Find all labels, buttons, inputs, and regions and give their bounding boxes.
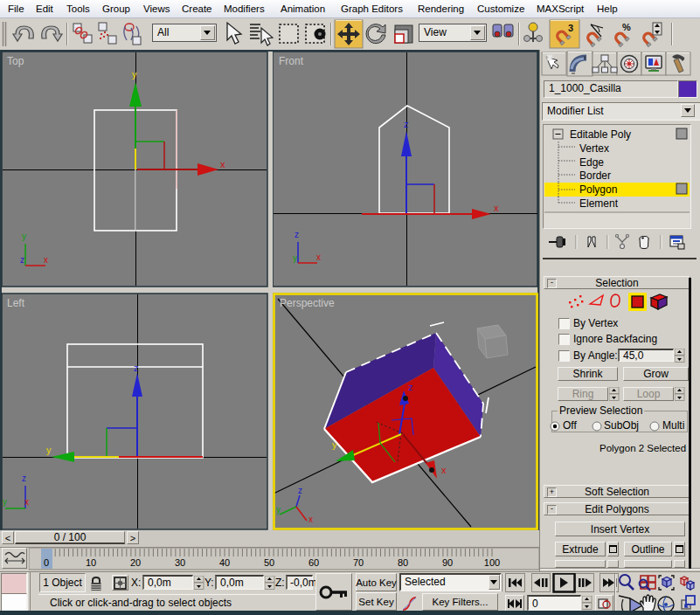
svg-text:30: 30 xyxy=(175,557,185,568)
svg-text:90: 90 xyxy=(442,557,453,568)
svg-text:10: 10 xyxy=(86,557,96,568)
svg-text:Polygon: Polygon xyxy=(579,183,617,196)
svg-text:50: 50 xyxy=(264,557,274,568)
svg-text:y: y xyxy=(293,253,297,263)
svg-text:Perspective: Perspective xyxy=(280,297,335,309)
svg-text:Edge: Edge xyxy=(579,156,604,169)
svg-text:0: 0 xyxy=(44,557,49,568)
svg-text:y: y xyxy=(22,231,26,241)
svg-text:z: z xyxy=(134,363,139,373)
svg-text:y: y xyxy=(332,439,337,450)
svg-text:y: y xyxy=(276,505,281,515)
svg-text:60: 60 xyxy=(308,557,319,568)
svg-text:x: x xyxy=(441,465,447,475)
svg-text:70: 70 xyxy=(353,557,364,568)
svg-text:40: 40 xyxy=(219,557,230,568)
svg-text:100: 100 xyxy=(484,557,500,568)
svg-text:y: y xyxy=(3,497,7,507)
svg-text:z: z xyxy=(20,255,24,265)
svg-text:%: % xyxy=(622,22,631,32)
svg-text:x: x xyxy=(494,203,499,213)
svg-text:Border: Border xyxy=(579,169,611,182)
svg-text:3: 3 xyxy=(568,23,573,33)
svg-text:x: x xyxy=(220,159,225,169)
svg-text:z: z xyxy=(295,230,299,239)
svg-text:Top: Top xyxy=(7,55,24,67)
svg-text:z: z xyxy=(404,119,409,129)
svg-text:Vertex: Vertex xyxy=(579,142,609,155)
svg-text:Editable Poly: Editable Poly xyxy=(570,128,631,141)
svg-text:x: x xyxy=(308,515,313,524)
svg-text:y: y xyxy=(132,69,137,79)
svg-text:Left: Left xyxy=(7,297,25,309)
svg-text:y: y xyxy=(46,445,52,455)
svg-text:z: z xyxy=(22,473,26,483)
svg-text:80: 80 xyxy=(398,557,408,568)
svg-text:20: 20 xyxy=(130,557,141,568)
svg-text:Element: Element xyxy=(579,197,619,210)
svg-text:x: x xyxy=(24,497,29,507)
svg-text:Front: Front xyxy=(279,55,304,67)
svg-text:z: z xyxy=(298,486,302,495)
svg-text:z: z xyxy=(408,382,413,392)
svg-text:x: x xyxy=(44,255,48,265)
svg-text:x: x xyxy=(316,252,321,262)
